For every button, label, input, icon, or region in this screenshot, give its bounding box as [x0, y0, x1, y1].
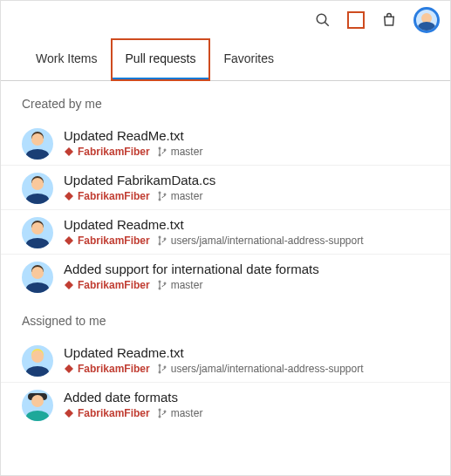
pr-item[interactable]: Added date formats FabrikamFiber master: [1, 383, 450, 426]
svg-point-13: [164, 194, 166, 195]
pr-item[interactable]: Updated Readme.txt FabrikamFiber users/j…: [1, 210, 450, 255]
tab-work-items[interactable]: Work Items: [22, 39, 112, 80]
branch-badge: master: [157, 407, 203, 419]
svg-point-19: [164, 282, 166, 284]
branch-badge: users/jamal/international-address-suppor…: [157, 235, 364, 247]
branch-badge: master: [157, 146, 203, 158]
svg-point-22: [164, 366, 166, 368]
svg-point-14: [159, 236, 161, 238]
branch-badge: master: [157, 190, 203, 202]
tab-favorites[interactable]: Favorites: [209, 39, 288, 80]
user-avatar[interactable]: [413, 7, 440, 33]
branch-badge: master: [157, 279, 203, 291]
pr-title: Updated Readme.txt: [64, 345, 429, 360]
author-avatar: [22, 345, 53, 377]
pr-item[interactable]: Updated ReadMe.txt FabrikamFiber master: [1, 121, 450, 166]
svg-line-1: [325, 22, 329, 26]
repo-badge: FabrikamFiber: [64, 279, 150, 291]
pr-title: Updated Readme.txt: [64, 217, 429, 232]
svg-point-17: [159, 281, 161, 282]
repo-badge: FabrikamFiber: [64, 407, 150, 419]
repo-badge: FabrikamFiber: [64, 190, 150, 202]
search-icon[interactable]: [314, 11, 331, 29]
list-view-icon[interactable]: [347, 11, 365, 29]
tab-pull-requests[interactable]: Pull requests: [112, 39, 210, 80]
svg-point-15: [159, 243, 161, 245]
author-avatar: [22, 390, 53, 421]
pr-item[interactable]: Updated FabrikamData.cs FabrikamFiber ma…: [1, 166, 450, 210]
author-avatar: [22, 128, 53, 160]
svg-point-12: [159, 199, 161, 201]
repo-badge: FabrikamFiber: [64, 146, 150, 158]
svg-point-20: [159, 364, 161, 366]
svg-point-16: [164, 238, 166, 240]
svg-point-23: [159, 409, 161, 411]
pr-item[interactable]: Updated Readme.txt FabrikamFiber users/j…: [1, 338, 450, 383]
pr-item[interactable]: Added support for international date for…: [1, 255, 450, 298]
pr-title: Added date formats: [64, 390, 429, 405]
pr-title: Updated ReadMe.txt: [64, 128, 429, 143]
svg-point-21: [159, 371, 161, 373]
repo-badge: FabrikamFiber: [64, 235, 150, 247]
author-avatar: [22, 217, 53, 248]
svg-point-18: [159, 288, 161, 289]
svg-point-11: [159, 192, 161, 194]
repo-badge: FabrikamFiber: [64, 363, 150, 375]
section-header: Assigned to me: [1, 298, 450, 338]
branch-badge: users/jamal/international-address-suppor…: [157, 363, 364, 375]
top-bar: [1, 1, 450, 39]
svg-point-24: [159, 416, 161, 418]
author-avatar: [22, 262, 53, 293]
author-avatar: [22, 173, 53, 204]
pr-title: Updated FabrikamData.cs: [64, 173, 429, 187]
tab-bar: Work Items Pull requests Favorites: [1, 39, 450, 81]
section-assigned-to-me: Assigned to me Updated Readme.txt Fabrik…: [1, 298, 450, 426]
pr-title: Added support for international date for…: [64, 262, 429, 276]
shopping-bag-icon[interactable]: [380, 11, 398, 29]
svg-point-0: [317, 14, 326, 24]
svg-point-25: [164, 411, 166, 412]
section-created-by-me: Created by me Updated ReadMe.txt Fabrika…: [1, 81, 450, 298]
section-header: Created by me: [1, 81, 450, 121]
